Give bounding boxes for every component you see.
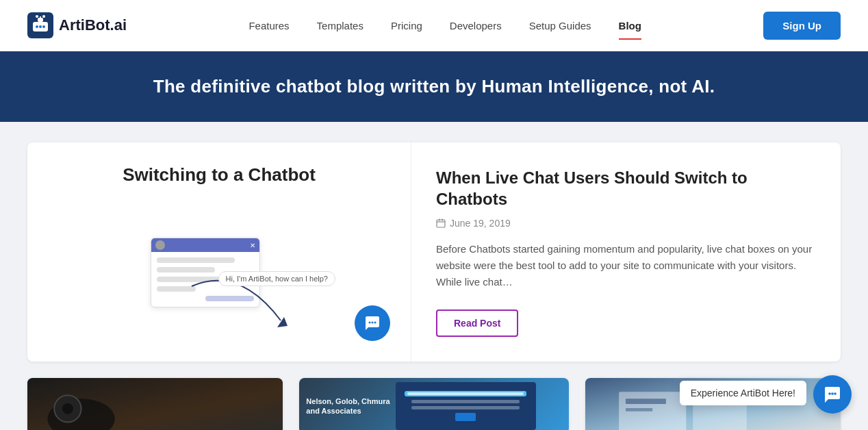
experience-tooltip: Experience ArtiBot Here! — [680, 381, 806, 405]
card2-company-text: Nelson, Golob, Chmuraand Associates — [306, 396, 390, 416]
chat-bubble-svg — [363, 314, 382, 333]
featured-card: Switching to a Chatbot ✕ — [27, 142, 841, 362]
svg-point-4 — [42, 25, 45, 28]
svg-point-26 — [828, 392, 831, 395]
floating-chat-widget[interactable] — [813, 375, 852, 414]
blog-card-2[interactable]: Nelson, Golob, Chmuraand Associates — [299, 378, 568, 430]
svg-point-2 — [36, 25, 38, 28]
card2-chat-mockup — [396, 382, 536, 430]
chat-window-header: ✕ — [151, 238, 259, 252]
blog-card-1[interactable] — [27, 378, 283, 430]
tooltip-text: Experience ArtiBot Here! — [691, 388, 795, 399]
signup-button[interactable]: Sign Up — [763, 12, 841, 40]
svg-point-8 — [42, 15, 45, 18]
nav-blog[interactable]: Blog — [608, 14, 652, 37]
chat-close-icon: ✕ — [250, 242, 255, 249]
logo[interactable]: ArtiBot.ai — [27, 12, 127, 38]
arrow-illustration — [185, 279, 294, 334]
featured-post-excerpt: Before Chatbots started gaining momentum… — [436, 241, 816, 290]
featured-illustration: Switching to a Chatbot ✕ — [27, 142, 411, 362]
header: ArtiBot.ai Features Templates Pricing De… — [0, 0, 868, 51]
nav-pricing[interactable]: Pricing — [380, 14, 433, 37]
read-post-button[interactable]: Read Post — [436, 309, 518, 337]
featured-post-date: June 19, 2019 — [436, 218, 816, 229]
svg-rect-16 — [442, 219, 444, 221]
chat-avatar-icon — [155, 240, 165, 250]
svg-rect-13 — [437, 220, 445, 227]
nav-setup-guides[interactable]: Setup Guides — [518, 14, 602, 37]
featured-post-title: When Live Chat Users Should Switch to Ch… — [436, 167, 816, 210]
floating-chat-icon — [822, 384, 843, 405]
svg-point-11 — [372, 322, 374, 324]
svg-point-12 — [374, 322, 376, 324]
nav-features[interactable]: Features — [238, 14, 300, 37]
svg-point-3 — [39, 25, 42, 28]
calendar-icon — [436, 218, 446, 228]
chatbot-bubble-icon[interactable] — [355, 305, 390, 341]
svg-point-7 — [36, 15, 38, 18]
svg-rect-24 — [626, 399, 666, 405]
chat-greeting-label: Hi, I'm ArtiBot, how can I help? — [218, 271, 335, 286]
svg-rect-25 — [626, 408, 652, 412]
chat-line-2 — [157, 267, 215, 273]
hero-banner: The definitive chatbot blog written by H… — [0, 51, 868, 122]
svg-point-10 — [369, 322, 371, 324]
card1-image — [27, 378, 283, 430]
svg-point-27 — [831, 392, 834, 395]
post-date-text: June 19, 2019 — [450, 218, 511, 229]
featured-content: When Live Chat Users Should Switch to Ch… — [411, 142, 841, 362]
nav-templates[interactable]: Templates — [306, 14, 374, 37]
svg-point-28 — [834, 392, 837, 395]
illustration-title: Switching to a Chatbot — [123, 164, 316, 186]
main-nav: Features Templates Pricing Developers Se… — [238, 14, 652, 37]
svg-point-20 — [62, 403, 73, 414]
logo-text: ArtiBot.ai — [59, 16, 127, 34]
svg-rect-6 — [40, 16, 41, 19]
chat-line-1 — [157, 257, 235, 263]
svg-rect-15 — [439, 219, 440, 221]
nav-developers[interactable]: Developers — [439, 14, 513, 37]
logo-icon — [27, 12, 53, 38]
banner-text: The definitive chatbot blog written by H… — [153, 76, 715, 97]
